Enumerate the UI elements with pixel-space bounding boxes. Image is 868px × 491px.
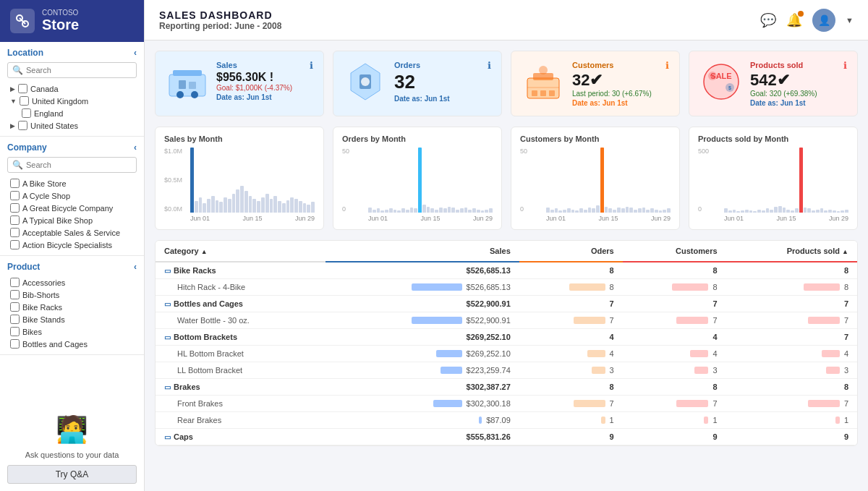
company-checkbox[interactable] (10, 240, 20, 249)
product-accessories[interactable]: Accessories (7, 276, 137, 289)
col-customers[interactable]: Customers (623, 241, 726, 262)
product-bib-shorts[interactable]: Bib-Shorts (7, 289, 137, 301)
chart-y-label: $0.0M (164, 205, 182, 213)
cell-customers: 8 (623, 379, 726, 396)
table-row[interactable]: ▭Bottles and Cages$522,900.91777 (156, 296, 857, 312)
table-row[interactable]: Water Bottle - 30 oz.$522,900.91777 (156, 312, 857, 329)
company-filter-title[interactable]: Company ‹ (7, 142, 137, 153)
chat-icon[interactable]: 💬 (760, 12, 776, 28)
company-checkbox[interactable] (10, 203, 20, 213)
location-canada[interactable]: ▶ Canada (7, 82, 137, 95)
canada-checkbox[interactable] (18, 84, 27, 93)
company-checkbox[interactable] (10, 179, 20, 188)
products-bar (804, 283, 840, 291)
table-row[interactable]: ▭Bike Racks$526,685.13888 (156, 262, 857, 279)
chart-bar (728, 210, 732, 213)
expand-icon[interactable]: ▭ (164, 433, 171, 441)
chart-bar (584, 210, 587, 213)
cell-customers: 3 (623, 362, 726, 379)
chart-bar (550, 210, 554, 213)
product-checkbox[interactable] (10, 327, 20, 336)
cell-sales: $522,900.91 (326, 296, 519, 312)
product-bikes[interactable]: Bikes (7, 325, 137, 338)
cell-products: 4 (726, 346, 857, 362)
company-list: A Bike Store A Cycle Shop A Great Bicycl… (7, 177, 137, 251)
table-row[interactable]: Front Brakes$302,300.18777 (156, 396, 857, 412)
table-row[interactable]: Hitch Rack - 4-Bike$526,685.13888 (156, 279, 857, 296)
product-checkbox[interactable] (10, 278, 20, 287)
user-avatar[interactable]: 👤 (812, 9, 835, 32)
chart-bar (663, 210, 666, 213)
company-action[interactable]: Action Bicycle Specialists (7, 239, 137, 251)
chart-bar (571, 210, 575, 213)
expand-icon[interactable]: ▭ (164, 267, 171, 275)
qa-button[interactable]: Try Q&A (7, 465, 137, 484)
chart-x-label: Jun 29 (829, 215, 848, 222)
chart-bar (282, 203, 286, 213)
col-category[interactable]: Category ▲ (156, 241, 326, 262)
company-a-cycle-shop[interactable]: A Cycle Shop (7, 189, 137, 202)
table-row[interactable]: LL Bottom Bracket$223,259.74333 (156, 362, 857, 379)
company-search-input[interactable] (26, 161, 132, 169)
chevron-down-icon[interactable]: ▼ (846, 16, 854, 25)
chart-bar (741, 210, 744, 213)
product-checkbox[interactable] (10, 290, 20, 299)
location-england[interactable]: England (7, 107, 137, 119)
chart-bar (373, 210, 376, 213)
kpi-products: SALE % $ Products sold ℹ 542✔ Goal: 320 … (689, 51, 858, 116)
brand-sub: CONTOSO (42, 9, 79, 17)
chart-bar (757, 210, 761, 213)
svg-point-11 (361, 77, 370, 86)
table-row[interactable]: ▭Bottom Brackets$269,252.10447 (156, 329, 857, 346)
table-row[interactable]: HL Bottom Bracket$269,252.10444 (156, 346, 857, 362)
table-row[interactable]: Rear Brakes$87.09111 (156, 412, 857, 429)
expand-icon[interactable]: ▭ (164, 333, 171, 341)
company-a-bike-store[interactable]: A Bike Store (7, 177, 137, 189)
svg-point-6 (191, 91, 198, 98)
chart-bar (303, 203, 307, 213)
expand-icon[interactable]: ▭ (164, 300, 171, 308)
company-great-bicycle[interactable]: A Great Bicycle Company (7, 202, 137, 214)
location-us[interactable]: ▶ United States (7, 119, 137, 132)
expand-icon[interactable]: ▭ (164, 383, 171, 391)
product-checkbox[interactable] (10, 339, 20, 349)
kpi-orders-info[interactable]: ℹ (488, 60, 491, 71)
location-search-box[interactable]: 🔍 (7, 62, 137, 78)
product-checkbox[interactable] (10, 315, 20, 324)
company-search-box[interactable]: 🔍 (7, 157, 137, 173)
page-title: SALES DASHBOARD (159, 9, 281, 21)
product-bottles[interactable]: Bottles and Cages (7, 338, 137, 350)
col-orders[interactable]: Oders (519, 241, 623, 262)
location-uk[interactable]: ▼ United Kingdom (7, 95, 137, 107)
kpi-customers-info[interactable]: ℹ (665, 60, 669, 71)
notification-icon[interactable]: 🔔 (786, 12, 802, 28)
company-typical[interactable]: A Typical Bike Shop (7, 214, 137, 226)
company-checkbox[interactable] (10, 228, 20, 237)
uk-checkbox[interactable] (20, 96, 29, 106)
cell-orders: 8 (519, 262, 623, 279)
kpi-products-info[interactable]: ℹ (843, 60, 847, 71)
table-row[interactable]: ▭Brakes$302,387.27888 (156, 379, 857, 396)
us-checkbox[interactable] (18, 121, 27, 130)
chart-x-label: Jun 29 (295, 215, 315, 222)
product-filter-title[interactable]: Product ‹ (7, 262, 137, 272)
product-checkbox[interactable] (10, 302, 20, 312)
company-acceptable[interactable]: Acceptable Sales & Service (7, 226, 137, 239)
chart-bar (642, 208, 646, 213)
kpi-orders-date: Date as: Jun 1st (394, 95, 491, 103)
chart-bar (613, 210, 616, 213)
col-products[interactable]: Products sold ▲ (726, 241, 857, 262)
col-sales[interactable]: Sales (326, 241, 519, 262)
product-bike-stands[interactable]: Bike Stands (7, 313, 137, 325)
location-search-input[interactable] (26, 66, 132, 74)
kpi-sales-info[interactable]: ℹ (310, 60, 313, 71)
table-row[interactable]: ▭Caps$555,831.26999 (156, 429, 857, 445)
company-checkbox[interactable] (10, 215, 20, 225)
england-checkbox[interactable] (22, 108, 31, 118)
chart-2: Customers by Month500Jun 01Jun 15Jun 29 (511, 127, 680, 230)
chart-title: Orders by Month (342, 135, 493, 143)
location-filter-title[interactable]: Location ‹ (7, 48, 137, 58)
product-bike-racks[interactable]: Bike Racks (7, 301, 137, 313)
chevron-down-icon: ‹ (134, 262, 137, 272)
company-checkbox[interactable] (10, 191, 20, 200)
